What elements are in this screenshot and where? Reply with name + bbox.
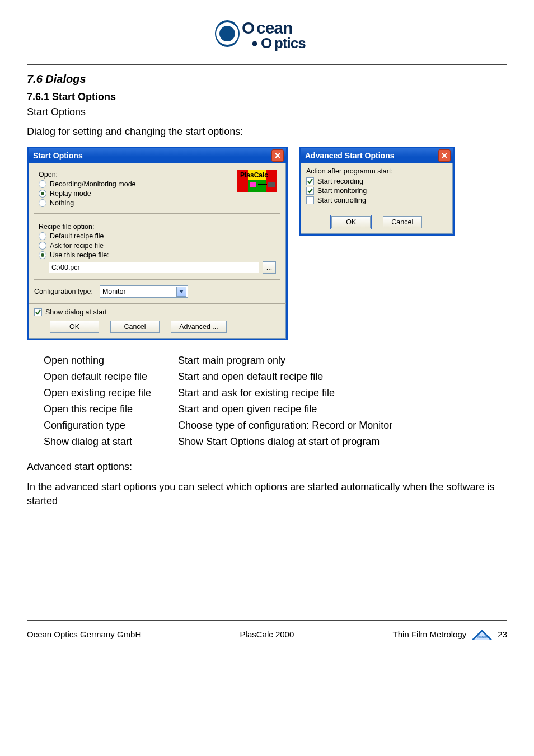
- footer-center: PlasCalc 2000: [240, 630, 294, 639]
- radio-use-recipe[interactable]: [39, 251, 46, 259]
- radio-use-recipe-label: Use this recipe file:: [50, 251, 109, 259]
- table-row: Show dialog at startShow Start Options d…: [44, 434, 398, 450]
- cancel-button[interactable]: Cancel: [383, 216, 422, 228]
- recipe-path-input[interactable]: [49, 262, 259, 273]
- recipe-group: Recipe file option: Default recipe file …: [34, 219, 280, 280]
- brand-logo: O cean O ptics: [27, 15, 507, 56]
- def-term: Open nothing: [44, 353, 178, 369]
- def-desc: Choose type of configuration: Record or …: [178, 417, 398, 434]
- definitions-table: Open nothingStart main program only Open…: [44, 353, 398, 450]
- intro-line-1: Start Options: [27, 105, 507, 119]
- checkbox-start-monitoring[interactable]: [306, 187, 314, 195]
- ok-button[interactable]: OK: [331, 216, 371, 228]
- radio-ask-recipe-label: Ask for recipe file: [50, 242, 104, 250]
- table-row: Configuration typeChoose type of configu…: [44, 417, 398, 434]
- config-label: Configuration type:: [34, 288, 93, 295]
- def-desc: Start main program only: [178, 353, 398, 369]
- page-footer: Ocean Optics Germany GmbH PlasCalc 2000 …: [27, 625, 507, 641]
- advanced-button[interactable]: Advanced ...: [171, 321, 227, 333]
- checkbox-start-monitoring-label: Start monitoring: [317, 187, 367, 195]
- checkbox-start-controlling-label: Start controlling: [317, 196, 366, 204]
- radio-ask-recipe[interactable]: [39, 242, 46, 250]
- def-term: Open existing recipe file: [44, 385, 178, 401]
- table-row: Open nothingStart main program only: [44, 353, 398, 369]
- footer-right-label: Thin Film Metrology: [393, 630, 467, 639]
- checkbox-start-recording-label: Start recording: [317, 177, 363, 185]
- radio-replay-label: Replay mode: [50, 190, 91, 198]
- titlebar-text: Start Options: [33, 151, 83, 160]
- close-button[interactable]: [438, 149, 451, 162]
- intro-line-2: Dialog for setting and changing the star…: [27, 125, 507, 139]
- svg-text:Mikropack: Mikropack: [477, 635, 490, 638]
- svg-point-1: [226, 31, 234, 39]
- def-desc: Show Start Options dialog at start of pr…: [178, 434, 398, 450]
- svg-point-2: [252, 41, 257, 46]
- ok-button[interactable]: OK: [50, 321, 99, 333]
- header-rule: [27, 64, 507, 65]
- radio-default-recipe-label: Default recipe file: [50, 232, 104, 240]
- logo-O1: O: [242, 18, 255, 37]
- footer-rule: [27, 620, 507, 621]
- config-value: Monitor: [102, 288, 126, 295]
- section-heading: 7.6 Dialogs: [27, 73, 507, 86]
- page-number: 23: [498, 630, 507, 639]
- radio-nothing-label: Nothing: [50, 199, 74, 207]
- config-dropdown[interactable]: Monitor: [100, 285, 188, 298]
- open-label: Open:: [39, 171, 276, 179]
- table-row: Open this recipe fileStart and open give…: [44, 401, 398, 417]
- def-term: Open this recipe file: [44, 401, 178, 417]
- subsection-heading: 7.6.1 Start Options: [27, 91, 507, 103]
- radio-replay[interactable]: [39, 190, 46, 198]
- start-options-dialog: Start Options: [27, 147, 288, 340]
- checkbox-start-controlling[interactable]: [306, 196, 314, 204]
- advanced-start-options-dialog: Advanced Start Options Action after prog…: [299, 147, 455, 236]
- def-term: Configuration type: [44, 417, 178, 434]
- close-button[interactable]: [271, 149, 284, 162]
- recipe-label: Recipe file option:: [39, 223, 276, 231]
- checkbox-show-dialog[interactable]: [34, 308, 42, 316]
- logo-O2: O: [261, 35, 272, 51]
- def-desc: Start and open given recipe file: [178, 401, 398, 417]
- table-row: Open existing recipe fileStart and ask f…: [44, 385, 398, 401]
- checkbox-start-recording[interactable]: [306, 177, 314, 185]
- titlebar: Advanced Start Options: [301, 148, 453, 163]
- chevron-down-icon: [176, 287, 186, 297]
- adv-options-body: In the advanced start options you can se…: [27, 480, 507, 508]
- logo-bottom: ptics: [274, 35, 306, 51]
- radio-nothing[interactable]: [39, 199, 46, 207]
- def-desc: Start and open default recipe file: [178, 369, 398, 385]
- close-icon: [441, 152, 448, 159]
- checkbox-show-dialog-label: Show dialog at start: [45, 308, 107, 316]
- titlebar: Start Options: [29, 148, 286, 163]
- footer-left: Ocean Optics Germany GmbH: [27, 630, 141, 639]
- def-term: Show dialog at start: [44, 434, 178, 450]
- mikropack-logo-icon: Mikropack: [471, 628, 493, 641]
- titlebar-text: Advanced Start Options: [305, 151, 394, 160]
- def-term: Open default recipe file: [44, 369, 178, 385]
- table-row: Open default recipe fileStart and open d…: [44, 369, 398, 385]
- radio-recording-label: Recording/Monitoring mode: [50, 180, 136, 188]
- adv-options-heading: Advanced start options:: [27, 460, 507, 474]
- radio-default-recipe[interactable]: [39, 232, 46, 240]
- radio-recording[interactable]: [39, 180, 46, 188]
- browse-button[interactable]: ...: [263, 261, 276, 274]
- def-desc: Start and ask for existing recipe file: [178, 385, 398, 401]
- open-group: Open: Recording/Monitoring mode Replay m…: [34, 167, 280, 214]
- cancel-button[interactable]: Cancel: [110, 321, 160, 333]
- adv-heading: Action after programm start:: [306, 167, 447, 175]
- close-icon: [274, 152, 281, 159]
